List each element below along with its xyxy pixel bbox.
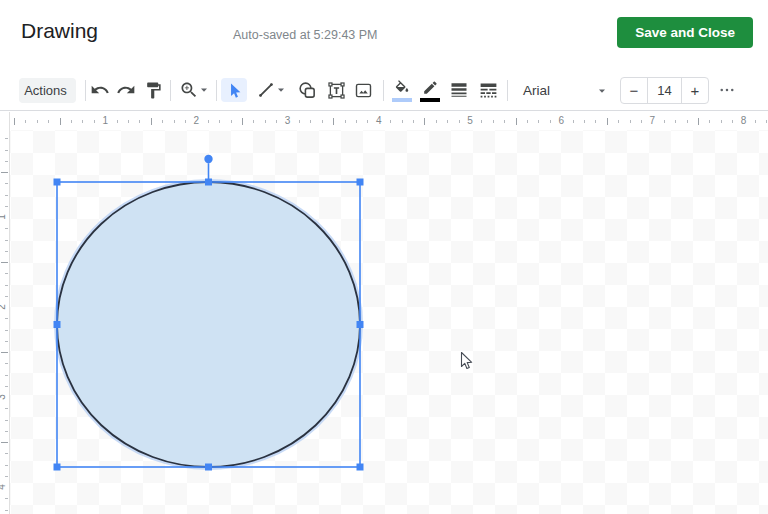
- selection-handle[interactable]: [54, 321, 61, 328]
- decrease-font-size-button[interactable]: −: [621, 78, 647, 103]
- chevron-down-icon: [199, 85, 209, 95]
- selection-handle[interactable]: [205, 179, 212, 186]
- selection-handle[interactable]: [357, 179, 364, 186]
- divider: [216, 80, 217, 101]
- fill-color-swatch: [392, 98, 412, 102]
- line-color-button[interactable]: [417, 77, 443, 103]
- fill-color-button[interactable]: [389, 77, 415, 103]
- vertical-ruler: 1234: [0, 130, 9, 514]
- chevron-down-icon: [597, 86, 607, 96]
- circle-shape[interactable]: [57, 182, 360, 467]
- line-weight-button[interactable]: [446, 77, 472, 103]
- paint-format-button[interactable]: [140, 77, 166, 103]
- undo-button[interactable]: [87, 77, 113, 103]
- selection-handle[interactable]: [54, 464, 61, 471]
- image-tool-button[interactable]: [350, 77, 376, 103]
- undo-icon: [90, 80, 110, 100]
- horizontal-ruler: 12345678: [10, 112, 768, 130]
- shape-icon: [297, 80, 318, 101]
- chevron-down-icon: [276, 85, 286, 95]
- shape-tool-button[interactable]: [294, 77, 320, 103]
- line-tool-icon: [256, 80, 276, 100]
- header: Drawing Auto-saved at 5:29:43 PM Save an…: [0, 0, 768, 70]
- zoom-icon: [179, 80, 199, 100]
- divider: [383, 80, 384, 101]
- text-box-icon: [326, 80, 347, 101]
- select-tool-button[interactable]: [221, 78, 247, 102]
- page-title: Drawing: [21, 19, 98, 43]
- selection-handle[interactable]: [357, 464, 364, 471]
- font-family-value: Arial: [523, 83, 550, 98]
- increase-font-size-button[interactable]: +: [682, 78, 708, 103]
- select-arrow-icon: [225, 81, 244, 100]
- toolbar: Actions: [0, 70, 768, 111]
- line-dash-icon: [478, 80, 499, 101]
- line-dash-button[interactable]: [475, 77, 501, 103]
- divider: [170, 80, 171, 101]
- more-options-icon: [718, 81, 736, 99]
- autosave-status: Auto-saved at 5:29:43 PM: [233, 28, 378, 42]
- redo-icon: [116, 80, 136, 100]
- selection-handle[interactable]: [54, 179, 61, 186]
- line-color-pencil-icon: [421, 79, 439, 97]
- redo-button[interactable]: [113, 77, 139, 103]
- image-icon: [353, 80, 374, 101]
- font-size-value[interactable]: 14: [647, 78, 682, 103]
- selection-handle[interactable]: [357, 321, 364, 328]
- divider: [507, 80, 508, 101]
- more-options-button[interactable]: [714, 77, 740, 103]
- line-color-swatch: [420, 98, 440, 102]
- divider: [85, 80, 86, 101]
- rotation-handle[interactable]: [204, 155, 212, 163]
- line-weight-icon: [449, 80, 469, 100]
- font-family-select[interactable]: Arial: [517, 78, 613, 103]
- selection-handle[interactable]: [205, 464, 212, 471]
- fill-color-icon: [393, 79, 411, 97]
- actions-menu-button[interactable]: Actions: [19, 78, 76, 103]
- save-and-close-button[interactable]: Save and Close: [617, 17, 753, 48]
- paint-format-icon: [144, 81, 163, 100]
- zoom-tool-button[interactable]: [176, 77, 212, 103]
- line-tool-button[interactable]: [252, 77, 290, 103]
- font-size-control: − 14 +: [620, 77, 709, 104]
- actions-label: Actions: [24, 83, 67, 98]
- text-box-tool-button[interactable]: [323, 77, 349, 103]
